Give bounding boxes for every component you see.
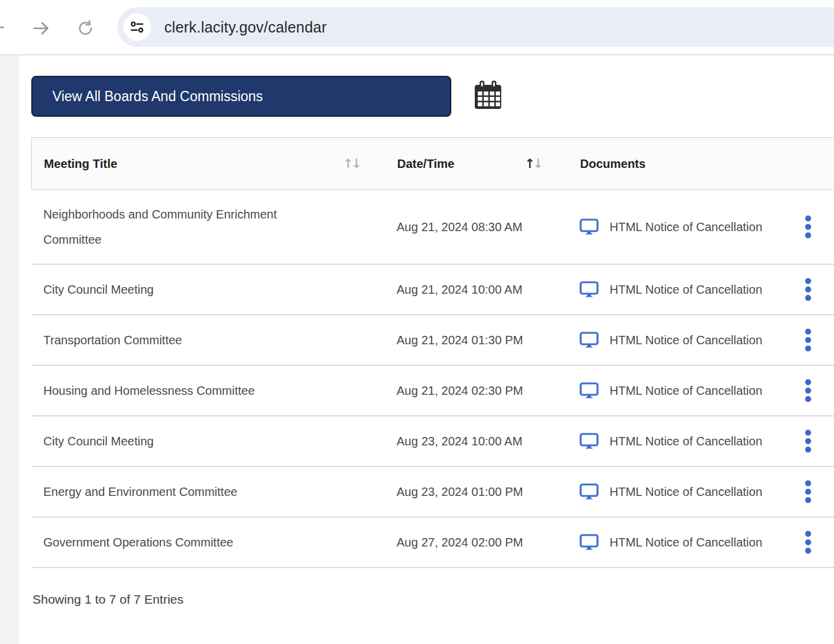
more-options-menu[interactable]	[805, 528, 811, 556]
document-link[interactable]: HTML Notice of Cancellation	[610, 435, 762, 448]
more-options-menu[interactable]	[805, 213, 811, 241]
sort-icon-meeting-title[interactable]: ↑↓	[343, 156, 380, 171]
meeting-datetime: Aug 27, 2024 02:00 PM	[397, 536, 523, 550]
meeting-title: City Council Meeting	[43, 429, 153, 454]
meeting-datetime-cell: Aug 23, 2024 01:00 PM	[385, 485, 567, 499]
meeting-datetime: Aug 21, 2024 08:30 AM	[397, 220, 522, 234]
back-icon[interactable]	[0, 26, 4, 28]
more-options-menu[interactable]	[805, 427, 811, 455]
meeting-title-cell: City Council Meeting	[31, 277, 385, 302]
table-header-row: Meeting Title ↑↓ Date/Time ↑↓ Documents	[31, 137, 834, 190]
more-options-menu[interactable]	[805, 326, 811, 354]
header-documents-label: Documents	[580, 157, 646, 170]
page-left-margin	[0, 55, 19, 644]
reload-icon[interactable]	[75, 18, 96, 39]
document-link[interactable]: HTML Notice of Cancellation	[610, 220, 762, 234]
header-date-time: Date/Time ↑↓	[386, 156, 567, 171]
table-row: Housing and Homelessness Committee Aug 2…	[31, 366, 834, 416]
browser-toolbar: clerk.lacity.gov/calendar	[0, 0, 834, 55]
document-link[interactable]: HTML Notice of Cancellation	[610, 333, 762, 347]
more-options-menu[interactable]	[805, 276, 811, 303]
documents-cell: HTML Notice of Cancellation	[567, 528, 834, 556]
meeting-title: Neighborhoods and Community Enrichment C…	[43, 202, 326, 252]
meeting-datetime-cell: Aug 27, 2024 02:00 PM	[385, 536, 567, 550]
meeting-title-cell: Housing and Homelessness Committee	[31, 378, 385, 403]
header-meeting-title-label: Meeting Title	[44, 157, 117, 171]
meeting-datetime: Aug 21, 2024 01:30 PM	[397, 333, 523, 347]
view-all-boards-button[interactable]: View All Boards And Commissions	[31, 76, 451, 117]
meeting-datetime-cell: Aug 23, 2024 10:00 AM	[385, 435, 567, 448]
table-row: Government Operations Committee Aug 27, …	[31, 518, 834, 568]
monitor-icon	[579, 382, 599, 399]
monitor-icon	[579, 332, 599, 348]
sort-icon-date-time[interactable]: ↑↓	[525, 156, 561, 171]
more-options-menu[interactable]	[805, 377, 811, 404]
forward-icon[interactable]	[31, 18, 52, 39]
meeting-title-cell: Government Operations Committee	[31, 530, 385, 555]
table-row: City Council Meeting Aug 23, 2024 10:00 …	[31, 416, 834, 467]
header-date-time-label: Date/Time	[397, 157, 454, 171]
meeting-datetime-cell: Aug 21, 2024 08:30 AM	[385, 220, 567, 234]
meeting-datetime: Aug 21, 2024 10:00 AM	[397, 283, 522, 297]
more-options-menu[interactable]	[805, 478, 811, 506]
meeting-datetime: Aug 21, 2024 02:30 PM	[397, 384, 523, 398]
document-link[interactable]: HTML Notice of Cancellation	[610, 536, 762, 550]
documents-cell: HTML Notice of Cancellation	[567, 427, 834, 455]
meeting-datetime-cell: Aug 21, 2024 01:30 PM	[385, 333, 567, 347]
header-documents: Documents	[567, 157, 834, 171]
documents-cell: HTML Notice of Cancellation	[567, 213, 834, 241]
document-link[interactable]: HTML Notice of Cancellation	[610, 283, 762, 297]
url-text[interactable]: clerk.lacity.gov/calendar	[164, 19, 327, 36]
meeting-datetime: Aug 23, 2024 10:00 AM	[397, 435, 522, 448]
meeting-title: City Council Meeting	[43, 277, 153, 302]
table-row: Transportation Committee Aug 21, 2024 01…	[31, 315, 834, 366]
documents-cell: HTML Notice of Cancellation	[567, 276, 834, 303]
document-link[interactable]: HTML Notice of Cancellation	[610, 384, 762, 398]
monitor-icon	[579, 281, 599, 298]
meeting-title-cell: Transportation Committee	[31, 327, 385, 353]
meeting-title: Transportation Committee	[43, 327, 182, 353]
table-row: City Council Meeting Aug 21, 2024 10:00 …	[31, 265, 834, 315]
entries-summary: Showing 1 to 7 of 7 Entries	[32, 592, 184, 607]
meeting-datetime-cell: Aug 21, 2024 10:00 AM	[385, 283, 567, 297]
document-link[interactable]: HTML Notice of Cancellation	[610, 485, 762, 499]
site-info-icon[interactable]	[123, 13, 151, 41]
meeting-title-cell: Neighborhoods and Community Enrichment C…	[31, 202, 385, 252]
calendar-icon[interactable]	[473, 79, 503, 111]
documents-cell: HTML Notice of Cancellation	[567, 478, 834, 506]
monitor-icon	[579, 534, 599, 551]
url-bar[interactable]: clerk.lacity.gov/calendar	[117, 7, 834, 47]
table-row: Neighborhoods and Community Enrichment C…	[31, 190, 834, 265]
monitor-icon	[579, 433, 599, 450]
documents-cell: HTML Notice of Cancellation	[567, 326, 834, 354]
meeting-title: Energy and Environment Committee	[43, 479, 237, 504]
monitor-icon	[579, 483, 599, 500]
documents-cell: HTML Notice of Cancellation	[567, 377, 834, 404]
meeting-datetime-cell: Aug 21, 2024 02:30 PM	[385, 384, 567, 398]
meeting-title: Government Operations Committee	[43, 530, 233, 555]
meetings-table: Meeting Title ↑↓ Date/Time ↑↓ Documents …	[31, 137, 834, 568]
monitor-icon	[579, 218, 599, 235]
meeting-datetime: Aug 23, 2024 01:00 PM	[397, 485, 523, 499]
meeting-title-cell: Energy and Environment Committee	[31, 479, 385, 504]
meeting-title: Housing and Homelessness Committee	[43, 378, 255, 403]
header-meeting-title: Meeting Title ↑↓	[32, 156, 386, 171]
meeting-title-cell: City Council Meeting	[31, 429, 385, 454]
table-row: Energy and Environment Committee Aug 23,…	[31, 467, 834, 518]
